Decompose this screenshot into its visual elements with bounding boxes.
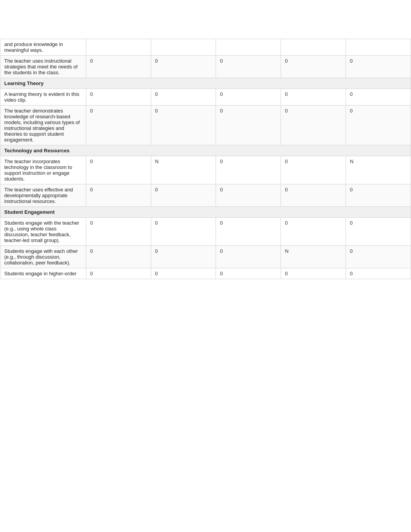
col3-value [216, 39, 281, 56]
table-row: The teacher incorporates technology in t… [0, 156, 411, 184]
col3-value: 0 [216, 106, 281, 145]
col4-value: 0 [281, 156, 346, 184]
row-description: The teacher incorporates technology in t… [0, 156, 86, 184]
table-row: A learning theory is evident in this vid… [0, 89, 411, 106]
section-label: Technology and Resources [0, 145, 411, 156]
col5-value: 0 [346, 106, 411, 145]
col4-value: 0 [281, 56, 346, 78]
col1-value: 0 [86, 268, 151, 279]
col1-value: 0 [86, 218, 151, 246]
col4-value: 0 [281, 106, 346, 145]
col5-value: 0 [346, 246, 411, 268]
table-row: The teacher uses effective and developme… [0, 184, 411, 207]
table-row: Students engage with each other (e.g., t… [0, 246, 411, 268]
col4-value: 0 [281, 184, 346, 207]
row-description: The teacher uses instructional strategie… [0, 56, 86, 78]
col5-value: 0 [346, 184, 411, 207]
col3-value: 0 [216, 218, 281, 246]
col1-value [86, 39, 151, 56]
col2-value: 0 [151, 184, 216, 207]
col5-value [346, 39, 411, 56]
col1-value: 0 [86, 106, 151, 145]
col2-value: 0 [151, 106, 216, 145]
col5-value: N [346, 156, 411, 184]
section-header-technology: Technology and Resources [0, 145, 411, 156]
row-description: Students engage in higher-order [0, 268, 86, 279]
col2-value: 0 [151, 246, 216, 268]
table-row: The teacher demonstrates knowledge of re… [0, 106, 411, 145]
rubric-table: and produce knowledge in meaningful ways… [0, 39, 411, 279]
row-description: A learning theory is evident in this vid… [0, 89, 86, 106]
table-row: Students engage in higher-order 0 0 0 0 … [0, 268, 411, 279]
col3-value: 0 [216, 156, 281, 184]
col5-value: 0 [346, 268, 411, 279]
col1-value: 0 [86, 89, 151, 106]
section-header-learning-theory: Learning Theory [0, 78, 411, 89]
col1-value: 0 [86, 184, 151, 207]
col2-value [151, 39, 216, 56]
col1-value: 0 [86, 246, 151, 268]
col4-value: N [281, 246, 346, 268]
row-description: The teacher demonstrates knowledge of re… [0, 106, 86, 145]
col2-value: 0 [151, 268, 216, 279]
col4-value: 0 [281, 268, 346, 279]
col5-value: 0 [346, 56, 411, 78]
section-label: Student Engagement [0, 207, 411, 218]
col5-value: 0 [346, 89, 411, 106]
col2-value: 0 [151, 89, 216, 106]
table-row: and produce knowledge in meaningful ways… [0, 39, 411, 56]
col3-value: 0 [216, 89, 281, 106]
section-header-student-engagement: Student Engagement [0, 207, 411, 218]
section-label: Learning Theory [0, 78, 411, 89]
table-row: The teacher uses instructional strategie… [0, 56, 411, 78]
row-description: Students engage with the teacher (e.g., … [0, 218, 86, 246]
row-description: Students engage with each other (e.g., t… [0, 246, 86, 268]
col3-value: 0 [216, 184, 281, 207]
col1-value: 0 [86, 156, 151, 184]
col3-value: 0 [216, 56, 281, 78]
col3-value: 0 [216, 246, 281, 268]
col1-value: 0 [86, 56, 151, 78]
col2-value: N [151, 156, 216, 184]
col2-value: 0 [151, 56, 216, 78]
col3-value: 0 [216, 268, 281, 279]
row-description: and produce knowledge in meaningful ways… [0, 39, 86, 56]
table-row: Students engage with the teacher (e.g., … [0, 218, 411, 246]
row-description: The teacher uses effective and developme… [0, 184, 86, 207]
col4-value [281, 39, 346, 56]
col4-value: 0 [281, 89, 346, 106]
col5-value: 0 [346, 218, 411, 246]
col4-value: 0 [281, 218, 346, 246]
col2-value: 0 [151, 218, 216, 246]
main-container: and produce knowledge in meaningful ways… [0, 0, 411, 279]
